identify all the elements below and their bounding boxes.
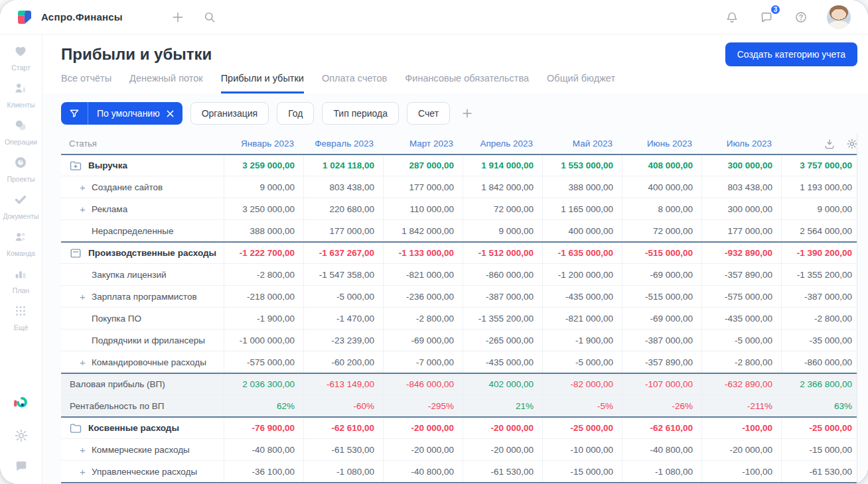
folder-minus-icon[interactable] (69, 247, 82, 260)
value-cell: -357 890,00 (622, 351, 701, 373)
sidebar-item-projects[interactable]: Проекты (3, 155, 38, 183)
folder-icon[interactable] (69, 422, 82, 435)
row-label-cell: Покупка ПО (61, 308, 224, 329)
help-icon[interactable] (792, 9, 810, 26)
row-label-cell[interactable]: Производственные расходы (61, 243, 224, 263)
clients-icon (13, 81, 28, 98)
row-label-cell[interactable]: +Создание сайтов (61, 176, 224, 198)
value-cell: 400 000,00 (542, 220, 622, 241)
column-header-month[interactable]: Май 2023 (542, 139, 622, 149)
table-row: Подрядчики и фрилансеры-1 000 000,00-23 … (61, 329, 857, 351)
tab-4[interactable]: Оплата счетов (322, 73, 387, 93)
tab-5[interactable]: Финансовые обязательства (405, 73, 529, 93)
row-label-cell[interactable]: Валовая прибыль (ВП) (61, 374, 224, 394)
row-label-cell[interactable]: +Реклама (61, 198, 224, 219)
user-avatar[interactable] (827, 5, 851, 29)
table-settings-gear-icon[interactable] (846, 138, 857, 150)
column-header-month[interactable]: Июль 2023 (701, 139, 781, 149)
search-icon[interactable] (201, 9, 218, 26)
tab-2[interactable]: Денежный поток (129, 73, 203, 93)
chat-icon[interactable]: 3 (758, 9, 775, 26)
row-label: Валовая прибыль (ВП) (70, 379, 165, 389)
value-cell: -575 000,00 (224, 351, 303, 373)
value-cell: 177 000,00 (303, 220, 383, 241)
sidebar-item-operations[interactable]: Операции (3, 118, 38, 146)
value-cell: 2 366 800,00 (781, 374, 857, 394)
row-label-cell[interactable]: Рентабельность по ВП (61, 395, 224, 416)
column-header-month[interactable]: Март 2023 (383, 139, 463, 149)
row-label-cell[interactable]: +Зарплата программистов (61, 286, 224, 307)
download-icon[interactable] (824, 138, 835, 150)
row-label-cell: Нераспределенные (61, 220, 224, 241)
column-header-month[interactable]: Январь 2023 (224, 139, 303, 149)
value-cell: -20 000,00 (701, 439, 781, 460)
support-chat-icon[interactable] (14, 459, 29, 473)
table-row: +Реклама3 250 000,00220 680,00110 000,00… (61, 198, 857, 219)
column-header-article[interactable]: Статья (61, 139, 224, 149)
settings-gear-icon[interactable] (14, 428, 29, 443)
filter-chip-4[interactable]: Счет (407, 102, 450, 125)
sidebar-item-plan[interactable]: План (3, 267, 38, 294)
row-label-cell[interactable]: Косвенные расходы (61, 418, 224, 438)
row-label-cell[interactable]: +Управленческие расходы (61, 461, 224, 482)
filter-chip-3[interactable]: Тип периода (322, 102, 399, 125)
row-label-cell[interactable]: +Командировочные расходы (61, 351, 224, 373)
value-cell: -82 000,00 (542, 374, 622, 394)
value-cell: -62 610,00 (303, 418, 383, 438)
row-label-cell: Подрядчики и фрилансеры (61, 330, 224, 351)
value-cell: -1 133 000,00 (383, 243, 463, 263)
row-label: Закупка лицензий (92, 270, 166, 280)
value-cell: -1 200 000,00 (542, 264, 622, 285)
sidebar-item-start[interactable]: Старт (3, 44, 38, 72)
value-cell: 1 842 000,00 (383, 220, 463, 241)
projects-icon (13, 155, 28, 172)
value-cell: -1 000 000,00 (224, 330, 303, 351)
active-filter-pill[interactable]: По умолчанию (61, 102, 182, 125)
sidebar-item-team[interactable]: Команда (3, 229, 38, 257)
value-cell: -860 000,00 (463, 264, 542, 285)
expand-plus-icon[interactable]: + (80, 204, 92, 215)
filter-chip-1[interactable]: Организация (190, 102, 269, 125)
column-header-month[interactable]: Июнь 2023 (622, 139, 701, 149)
value-cell: 220 680,00 (303, 198, 383, 219)
expand-plus-icon[interactable]: + (80, 182, 92, 193)
value-cell: -435 000,00 (701, 308, 781, 329)
value-cell: -5 000,00 (303, 286, 383, 307)
column-header-month[interactable]: Февраль 2023 (303, 139, 383, 149)
active-filter-label: По умолчанию (97, 108, 160, 119)
row-label-cell: Закупка лицензий (61, 264, 224, 285)
value-cell: 110 000,00 (383, 198, 463, 219)
expand-plus-icon[interactable]: + (80, 466, 92, 477)
tab-1[interactable]: Все отчёты (61, 73, 111, 93)
expand-plus-icon[interactable]: + (80, 444, 92, 455)
value-cell: -515 000,00 (622, 286, 701, 307)
row-label-cell[interactable]: Выручка (61, 155, 224, 176)
documents-icon (13, 192, 28, 210)
row-label-cell[interactable]: +Коммерческие расходы (61, 439, 224, 460)
folder-plus-icon[interactable] (69, 159, 82, 172)
row-label: Выручка (88, 160, 127, 170)
add-filter-icon[interactable] (461, 107, 474, 120)
sidebar-item-documents[interactable]: Документы (3, 192, 38, 220)
app-name: Аспро.Финансы (41, 11, 123, 23)
sidebar-item-more[interactable]: Ещё (3, 304, 38, 332)
value-cell: -20 000,00 (383, 418, 463, 438)
remove-filter-icon[interactable] (167, 110, 174, 117)
sidebar-item-label: Операции (5, 138, 37, 146)
expand-plus-icon[interactable]: + (80, 291, 92, 302)
column-header-month[interactable]: Апрель 2023 (463, 139, 542, 149)
tab-3[interactable]: Прибыли и убытки (221, 73, 304, 93)
value-cell: -15 000,00 (781, 439, 857, 460)
tab-6[interactable]: Общий бюджет (547, 73, 615, 93)
create-new-icon[interactable] (169, 9, 186, 26)
table-row: +Создание сайтов9 000,00803 438,00177 00… (61, 176, 857, 198)
notifications-bell-icon[interactable] (723, 9, 741, 26)
value-cell: 803 438,00 (303, 176, 383, 198)
create-category-button[interactable]: Создать категорию учета (725, 42, 857, 66)
sidebar-item-clients[interactable]: Клиенты (3, 81, 38, 109)
filter-chip-2[interactable]: Год (277, 102, 314, 125)
expand-plus-icon[interactable]: + (80, 357, 92, 368)
heart-icon (13, 44, 28, 61)
value-cell: -2 800,00 (701, 351, 781, 373)
value-cell: -932 890,00 (701, 243, 781, 263)
